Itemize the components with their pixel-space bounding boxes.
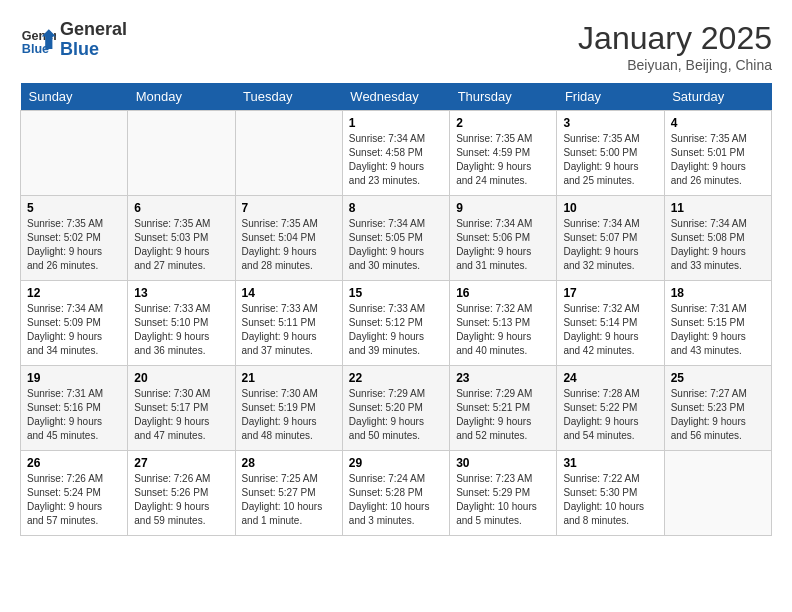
logo-blue: Blue — [60, 40, 127, 60]
day-info: Sunrise: 7:32 AM Sunset: 5:14 PM Dayligh… — [563, 302, 657, 358]
day-info: Sunrise: 7:23 AM Sunset: 5:29 PM Dayligh… — [456, 472, 550, 528]
day-number: 18 — [671, 286, 765, 300]
calendar-cell: 24Sunrise: 7:28 AM Sunset: 5:22 PM Dayli… — [557, 366, 664, 451]
calendar-cell: 5Sunrise: 7:35 AM Sunset: 5:02 PM Daylig… — [21, 196, 128, 281]
day-info: Sunrise: 7:33 AM Sunset: 5:10 PM Dayligh… — [134, 302, 228, 358]
day-info: Sunrise: 7:30 AM Sunset: 5:19 PM Dayligh… — [242, 387, 336, 443]
day-info: Sunrise: 7:31 AM Sunset: 5:15 PM Dayligh… — [671, 302, 765, 358]
weekday-header-monday: Monday — [128, 83, 235, 111]
day-info: Sunrise: 7:35 AM Sunset: 5:00 PM Dayligh… — [563, 132, 657, 188]
day-number: 29 — [349, 456, 443, 470]
day-number: 2 — [456, 116, 550, 130]
calendar-cell: 18Sunrise: 7:31 AM Sunset: 5:15 PM Dayli… — [664, 281, 771, 366]
day-number: 1 — [349, 116, 443, 130]
svg-text:Blue: Blue — [22, 41, 49, 55]
calendar-cell: 28Sunrise: 7:25 AM Sunset: 5:27 PM Dayli… — [235, 451, 342, 536]
day-info: Sunrise: 7:35 AM Sunset: 5:04 PM Dayligh… — [242, 217, 336, 273]
day-number: 20 — [134, 371, 228, 385]
month-title: January 2025 — [578, 20, 772, 57]
day-info: Sunrise: 7:34 AM Sunset: 5:05 PM Dayligh… — [349, 217, 443, 273]
day-number: 26 — [27, 456, 121, 470]
calendar-cell: 29Sunrise: 7:24 AM Sunset: 5:28 PM Dayli… — [342, 451, 449, 536]
day-number: 31 — [563, 456, 657, 470]
day-number: 28 — [242, 456, 336, 470]
day-info: Sunrise: 7:34 AM Sunset: 5:09 PM Dayligh… — [27, 302, 121, 358]
weekday-header-tuesday: Tuesday — [235, 83, 342, 111]
day-number: 13 — [134, 286, 228, 300]
day-info: Sunrise: 7:25 AM Sunset: 5:27 PM Dayligh… — [242, 472, 336, 528]
day-info: Sunrise: 7:33 AM Sunset: 5:12 PM Dayligh… — [349, 302, 443, 358]
calendar-cell: 23Sunrise: 7:29 AM Sunset: 5:21 PM Dayli… — [450, 366, 557, 451]
logo-icon: General Blue — [20, 22, 56, 58]
day-number: 16 — [456, 286, 550, 300]
calendar-cell — [664, 451, 771, 536]
location-subtitle: Beiyuan, Beijing, China — [578, 57, 772, 73]
calendar-cell — [21, 111, 128, 196]
day-number: 7 — [242, 201, 336, 215]
day-info: Sunrise: 7:35 AM Sunset: 5:01 PM Dayligh… — [671, 132, 765, 188]
calendar-cell: 14Sunrise: 7:33 AM Sunset: 5:11 PM Dayli… — [235, 281, 342, 366]
day-number: 22 — [349, 371, 443, 385]
day-info: Sunrise: 7:29 AM Sunset: 5:21 PM Dayligh… — [456, 387, 550, 443]
calendar-cell: 1Sunrise: 7:34 AM Sunset: 4:58 PM Daylig… — [342, 111, 449, 196]
day-info: Sunrise: 7:35 AM Sunset: 4:59 PM Dayligh… — [456, 132, 550, 188]
day-info: Sunrise: 7:34 AM Sunset: 4:58 PM Dayligh… — [349, 132, 443, 188]
day-info: Sunrise: 7:34 AM Sunset: 5:07 PM Dayligh… — [563, 217, 657, 273]
calendar-cell: 6Sunrise: 7:35 AM Sunset: 5:03 PM Daylig… — [128, 196, 235, 281]
calendar-cell: 2Sunrise: 7:35 AM Sunset: 4:59 PM Daylig… — [450, 111, 557, 196]
day-info: Sunrise: 7:35 AM Sunset: 5:02 PM Dayligh… — [27, 217, 121, 273]
week-row-3: 19Sunrise: 7:31 AM Sunset: 5:16 PM Dayli… — [21, 366, 772, 451]
calendar-cell: 25Sunrise: 7:27 AM Sunset: 5:23 PM Dayli… — [664, 366, 771, 451]
day-info: Sunrise: 7:31 AM Sunset: 5:16 PM Dayligh… — [27, 387, 121, 443]
weekday-header-wednesday: Wednesday — [342, 83, 449, 111]
calendar-cell — [128, 111, 235, 196]
day-number: 19 — [27, 371, 121, 385]
day-number: 9 — [456, 201, 550, 215]
day-info: Sunrise: 7:26 AM Sunset: 5:24 PM Dayligh… — [27, 472, 121, 528]
day-info: Sunrise: 7:22 AM Sunset: 5:30 PM Dayligh… — [563, 472, 657, 528]
weekday-header-sunday: Sunday — [21, 83, 128, 111]
day-info: Sunrise: 7:29 AM Sunset: 5:20 PM Dayligh… — [349, 387, 443, 443]
day-number: 21 — [242, 371, 336, 385]
day-number: 15 — [349, 286, 443, 300]
calendar-cell: 13Sunrise: 7:33 AM Sunset: 5:10 PM Dayli… — [128, 281, 235, 366]
calendar-cell: 3Sunrise: 7:35 AM Sunset: 5:00 PM Daylig… — [557, 111, 664, 196]
day-number: 17 — [563, 286, 657, 300]
day-info: Sunrise: 7:33 AM Sunset: 5:11 PM Dayligh… — [242, 302, 336, 358]
day-info: Sunrise: 7:32 AM Sunset: 5:13 PM Dayligh… — [456, 302, 550, 358]
day-number: 25 — [671, 371, 765, 385]
calendar-cell: 26Sunrise: 7:26 AM Sunset: 5:24 PM Dayli… — [21, 451, 128, 536]
day-number: 10 — [563, 201, 657, 215]
day-number: 30 — [456, 456, 550, 470]
calendar-cell — [235, 111, 342, 196]
calendar-cell: 15Sunrise: 7:33 AM Sunset: 5:12 PM Dayli… — [342, 281, 449, 366]
calendar-cell: 12Sunrise: 7:34 AM Sunset: 5:09 PM Dayli… — [21, 281, 128, 366]
day-number: 24 — [563, 371, 657, 385]
calendar-table: SundayMondayTuesdayWednesdayThursdayFrid… — [20, 83, 772, 536]
day-number: 6 — [134, 201, 228, 215]
logo: General Blue General Blue — [20, 20, 127, 60]
calendar-cell: 20Sunrise: 7:30 AM Sunset: 5:17 PM Dayli… — [128, 366, 235, 451]
week-row-4: 26Sunrise: 7:26 AM Sunset: 5:24 PM Dayli… — [21, 451, 772, 536]
calendar-cell: 10Sunrise: 7:34 AM Sunset: 5:07 PM Dayli… — [557, 196, 664, 281]
calendar-cell: 4Sunrise: 7:35 AM Sunset: 5:01 PM Daylig… — [664, 111, 771, 196]
calendar-cell: 17Sunrise: 7:32 AM Sunset: 5:14 PM Dayli… — [557, 281, 664, 366]
day-info: Sunrise: 7:27 AM Sunset: 5:23 PM Dayligh… — [671, 387, 765, 443]
day-info: Sunrise: 7:26 AM Sunset: 5:26 PM Dayligh… — [134, 472, 228, 528]
calendar-cell: 16Sunrise: 7:32 AM Sunset: 5:13 PM Dayli… — [450, 281, 557, 366]
day-number: 23 — [456, 371, 550, 385]
weekday-header-thursday: Thursday — [450, 83, 557, 111]
day-info: Sunrise: 7:24 AM Sunset: 5:28 PM Dayligh… — [349, 472, 443, 528]
day-number: 5 — [27, 201, 121, 215]
week-row-1: 5Sunrise: 7:35 AM Sunset: 5:02 PM Daylig… — [21, 196, 772, 281]
calendar-cell: 19Sunrise: 7:31 AM Sunset: 5:16 PM Dayli… — [21, 366, 128, 451]
calendar-cell: 27Sunrise: 7:26 AM Sunset: 5:26 PM Dayli… — [128, 451, 235, 536]
calendar-cell: 22Sunrise: 7:29 AM Sunset: 5:20 PM Dayli… — [342, 366, 449, 451]
day-info: Sunrise: 7:34 AM Sunset: 5:06 PM Dayligh… — [456, 217, 550, 273]
weekday-header-row: SundayMondayTuesdayWednesdayThursdayFrid… — [21, 83, 772, 111]
calendar-cell: 8Sunrise: 7:34 AM Sunset: 5:05 PM Daylig… — [342, 196, 449, 281]
day-number: 14 — [242, 286, 336, 300]
day-info: Sunrise: 7:28 AM Sunset: 5:22 PM Dayligh… — [563, 387, 657, 443]
day-number: 11 — [671, 201, 765, 215]
day-number: 3 — [563, 116, 657, 130]
